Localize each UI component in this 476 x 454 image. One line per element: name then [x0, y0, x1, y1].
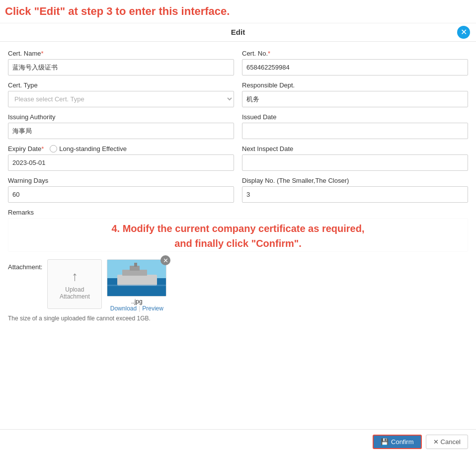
long-standing-label: Long-standing Effective [59, 145, 127, 152]
row-cert-type-dept: Cert. Type Please select Cert. Type Resp… [8, 81, 468, 107]
cancel-label: Cancel [441, 438, 461, 446]
dialog-title: Edit [231, 28, 245, 36]
confirm-button[interactable]: 💾 Confirm [373, 435, 422, 449]
warning-days-input[interactable] [8, 186, 234, 203]
expiry-date-label: Expiry Date* [8, 145, 44, 152]
long-standing-radio[interactable] [50, 145, 57, 152]
attachment-item: ✕ [107, 259, 166, 312]
display-no-input[interactable] [242, 186, 468, 203]
remarks-container: Remarks 4. Modify the current company ce… [8, 209, 468, 253]
dialog-title-bar: Edit ✕ [0, 23, 476, 42]
col-responsible-dept: Responsible Dept. [242, 81, 468, 107]
download-link[interactable]: Download [110, 305, 137, 312]
next-inspect-label: Next Inspect Date [242, 145, 468, 152]
row-cert-name-no: Cert. Name* Cert. No.* [8, 50, 468, 76]
col-warning-days: Warning Days [8, 177, 234, 203]
col-cert-no: Cert. No.* [242, 50, 468, 76]
top-instruction-text: Click "Edit" at step 3 to enter this int… [5, 5, 230, 17]
row-expiry-nextinspect: Expiry Date* Long-standing Effective Nex… [8, 145, 468, 171]
col-issued-date: Issued Date [242, 113, 468, 139]
attachment-section: Attachment: ↑ UploadAttachment ✕ [8, 259, 468, 312]
row-issuing-issued: Issuing Authority Issued Date [8, 113, 468, 139]
svg-rect-6 [107, 285, 166, 286]
file-size-notice: The size of a single uploaded file canno… [8, 315, 468, 322]
cert-type-select[interactable]: Please select Cert. Type [8, 91, 234, 107]
remarks-wrapper: 4. Modify the current company certificat… [8, 218, 468, 253]
cancel-button[interactable]: ✕ Cancel [426, 435, 468, 449]
next-inspect-input[interactable] [242, 154, 468, 171]
upload-attachment-button[interactable]: ↑ UploadAttachment [47, 259, 102, 309]
attachment-links: Download | Preview [107, 305, 166, 312]
expiry-date-input[interactable] [8, 154, 234, 171]
dialog-wrapper: Edit ✕ Cert. Name* Cert. No.* [0, 23, 476, 454]
attachment-preview [107, 259, 166, 297]
preview-link[interactable]: Preview [142, 305, 163, 312]
warning-days-label: Warning Days [8, 177, 234, 184]
cancel-x-icon: ✕ [433, 438, 439, 446]
col-issuing-authority: Issuing Authority [8, 113, 234, 139]
long-standing-group: Long-standing Effective [50, 145, 127, 152]
cert-no-label: Cert. No.* [242, 50, 468, 57]
dialog-footer: 💾 Confirm ✕ Cancel [0, 429, 476, 454]
issued-date-input[interactable] [242, 123, 468, 139]
col-next-inspect: Next Inspect Date [242, 145, 468, 171]
attachment-filename: ..jpg [107, 298, 166, 305]
remarks-label: Remarks [8, 209, 468, 216]
confirm-icon: 💾 [381, 438, 389, 446]
dialog-close-button[interactable]: ✕ [457, 26, 470, 39]
col-cert-type: Cert. Type Please select Cert. Type [8, 81, 234, 107]
attachment-remove-button[interactable]: ✕ [160, 255, 170, 265]
attachment-label: Attachment: [8, 259, 42, 271]
dialog-content: Cert. Name* Cert. No.* Cert. Type Please… [0, 42, 476, 429]
row-warning-display: Warning Days Display No. (The Smaller,Th… [8, 177, 468, 203]
remarks-textarea[interactable] [8, 218, 468, 252]
confirm-label: Confirm [391, 438, 414, 446]
col-cert-name: Cert. Name* [8, 50, 234, 76]
issuing-authority-input[interactable] [8, 123, 234, 139]
svg-rect-2 [117, 275, 157, 286]
cert-type-label: Cert. Type [8, 81, 234, 89]
cert-name-input[interactable] [8, 59, 234, 76]
upload-arrow-icon: ↑ [72, 269, 78, 284]
cert-no-input[interactable] [242, 59, 468, 76]
cert-name-label: Cert. Name* [8, 50, 234, 57]
display-no-label: Display No. (The Smaller,The Closer) [242, 177, 468, 184]
col-display-no: Display No. (The Smaller,The Closer) [242, 177, 468, 203]
svg-rect-5 [134, 263, 137, 267]
upload-text: UploadAttachment [60, 286, 90, 300]
attachment-thumbnail [107, 260, 166, 297]
expiry-label-container: Expiry Date* Long-standing Effective [8, 145, 234, 152]
issued-date-label: Issued Date [242, 113, 468, 121]
responsible-dept-input[interactable] [242, 91, 468, 107]
page-wrapper: Click "Edit" at step 3 to enter this int… [0, 0, 476, 454]
top-instruction-bar: Click "Edit" at step 3 to enter this int… [0, 0, 476, 23]
issuing-authority-label: Issuing Authority [8, 113, 234, 121]
col-expiry-date: Expiry Date* Long-standing Effective [8, 145, 234, 171]
responsible-dept-label: Responsible Dept. [242, 81, 468, 89]
